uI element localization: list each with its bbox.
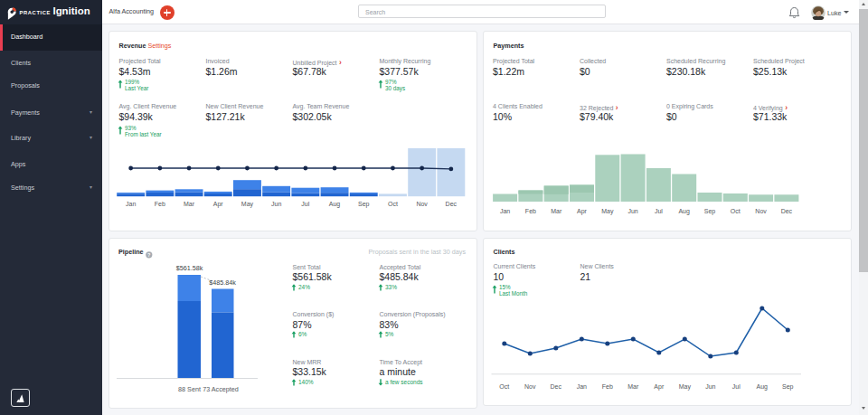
svg-text:Mar: Mar [551,208,562,214]
svg-text:Jun: Jun [705,383,715,390]
svg-text:Nov: Nov [416,201,428,207]
svg-text:Apr: Apr [577,208,588,215]
svg-text:Aug: Aug [329,201,341,208]
svg-text:Oct: Oct [388,201,398,207]
svg-text:May: May [601,208,614,215]
svg-text:Sep: Sep [782,383,794,391]
svg-text:Nov: Nov [524,383,536,390]
svg-text:Jun: Jun [271,201,281,207]
svg-text:Aug: Aug [678,208,690,215]
svg-text:Aug: Aug [757,383,769,391]
svg-text:Dec: Dec [551,383,562,390]
svg-text:Feb: Feb [525,208,536,214]
svg-text:May: May [679,383,692,391]
svg-text:Jul: Jul [301,201,309,207]
svg-text:Mar: Mar [627,383,639,390]
svg-text:Apr: Apr [213,201,224,208]
svg-text:Jul: Jul [732,383,741,390]
svg-text:Feb: Feb [602,383,613,390]
svg-text:Sep: Sep [358,201,370,208]
svg-text:Sep: Sep [704,208,716,215]
svg-text:Mar: Mar [184,201,195,207]
svg-text:Feb: Feb [155,201,165,207]
svg-text:Nov: Nov [755,208,767,214]
svg-text:Oct: Oct [499,383,509,390]
svg-text:May: May [241,201,254,208]
svg-text:Jan: Jan [577,383,587,390]
svg-text:Dec: Dec [446,201,458,207]
svg-text:Apr: Apr [654,383,665,391]
svg-text:Jan: Jan [500,208,510,214]
svg-text:Jun: Jun [627,208,637,214]
svg-text:Jan: Jan [126,201,136,207]
svg-text:Dec: Dec [781,208,793,214]
svg-text:Oct: Oct [731,208,741,214]
svg-text:Jul: Jul [655,208,663,214]
